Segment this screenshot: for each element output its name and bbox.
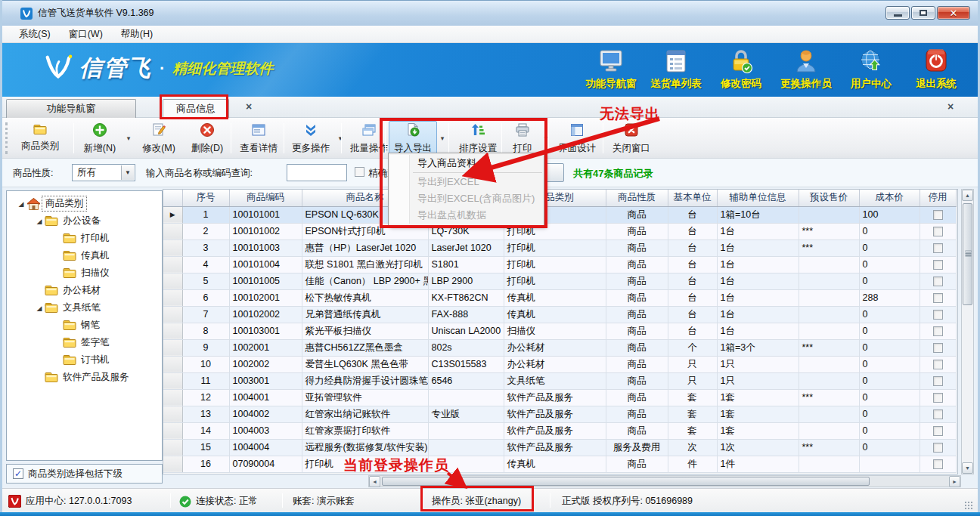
cell[interactable]: 佳能（Canon） LBP 2900+ 黑白激光打 [302,273,428,289]
cell[interactable]: 套 [668,406,717,422]
cell[interactable] [799,289,859,306]
cell[interactable]: 0 [859,439,920,456]
dropdown-caret-icon[interactable]: ▾ [124,121,133,156]
cell[interactable]: 商品 [606,239,668,256]
cell[interactable]: 联想 S1801 黑白激光打印机 [302,256,428,273]
tree-item-软件产品及服务[interactable]: 软件产品及服务 [7,369,162,386]
toolbar-close-window-button[interactable]: 关闭窗口 [606,121,657,156]
cell[interactable] [859,456,920,472]
row-selector[interactable] [163,256,182,273]
row-selector[interactable] [163,422,182,439]
tree-item-签字笔[interactable]: 签字笔 [7,334,162,351]
cell[interactable]: LBP 2900 [428,273,504,289]
disable-checkbox[interactable] [933,293,943,303]
toolbar-batch-actions-button[interactable]: 批量操作 [344,121,394,156]
row-selector[interactable] [163,389,182,406]
tab-product-info[interactable]: 商品信息 [163,99,229,118]
disable-checkbox[interactable] [933,376,943,386]
cell[interactable]: 商品 [606,223,668,239]
cell[interactable]: 紫光平板扫描仪 [302,323,428,339]
cell[interactable]: 商品 [606,273,668,289]
scroll-left-icon[interactable]: ◄ [369,476,380,487]
cell-disable[interactable] [920,206,956,223]
cell[interactable]: *** [799,239,859,256]
cell[interactable]: 1004004 [229,439,302,456]
column-header-商品编码[interactable]: 商品编码 [229,190,302,206]
cell[interactable] [799,372,859,389]
row-selector[interactable] [163,456,182,472]
cell[interactable]: 传真机 [504,456,606,472]
banner-action-user-center[interactable]: 用户中心 [839,49,904,91]
cell-disable[interactable] [920,306,956,323]
toolbar-sort-settings-button[interactable]: 排序设置 [453,121,503,156]
vertical-scrollbar[interactable]: ▲ ▼ [961,189,974,474]
disable-checkbox[interactable] [933,326,943,336]
cell[interactable]: 0 [859,406,920,422]
disable-checkbox[interactable] [933,443,943,453]
cell[interactable]: 台 [668,223,717,239]
cell[interactable]: 商品 [606,389,668,406]
row-selector[interactable] [163,289,182,306]
cell[interactable]: 100101002 [229,223,302,239]
tree-item-办公耗材[interactable]: 办公耗材 [7,282,162,299]
cell[interactable]: 0 [859,323,920,339]
cell[interactable]: 1004003 [229,422,302,439]
cell[interactable]: 商品 [606,456,668,472]
dropdown-caret-icon[interactable]: ▾ [541,121,550,156]
row-selector[interactable] [163,223,182,239]
table-row[interactable]: 4100101004联想 S1801 黑白激光打印机S1801打印机商品台1台0 [163,256,956,273]
tree-item-传真机[interactable]: 传真机 [7,247,162,264]
cell[interactable]: 亚拓管理软件 [302,389,428,406]
cell[interactable]: 1箱=10台 [717,206,799,223]
tab-close-icon[interactable]: × [246,101,252,112]
disable-checkbox[interactable] [933,310,943,320]
tree-item-打印机[interactable]: 打印机 [7,230,162,247]
cell[interactable]: 4 [182,256,229,273]
maximize-button[interactable] [911,6,935,20]
cell[interactable]: 商品 [606,356,668,372]
banner-action-nav-window[interactable]: 功能导航窗 [578,49,644,91]
cell[interactable] [428,389,504,406]
cell[interactable]: 次 [668,439,717,456]
cell[interactable]: 办公耗材 [504,356,606,372]
cell[interactable]: 0 [859,239,920,256]
banner-action-exit-system[interactable]: 退出系统 [904,49,969,91]
toolbar-view-detail-button[interactable]: 查看详情 [234,121,284,156]
cell-disable[interactable] [920,239,956,256]
exact-checkbox[interactable] [355,167,364,177]
tree-item-钢笔[interactable]: 钢笔 [7,317,162,334]
cell[interactable]: 1台 [717,223,799,239]
cell[interactable]: FAX-888 [428,306,504,323]
cell[interactable]: 台 [668,206,717,223]
cell[interactable]: 1台 [717,273,799,289]
cell[interactable] [799,323,859,339]
cell[interactable]: 扫描仪 [504,323,606,339]
tree-item-订书机[interactable]: 订书机 [7,351,162,369]
cell[interactable]: 远程服务(数据修复/软件安装) [302,439,428,456]
tree-expander-icon[interactable]: ◢ [34,304,45,312]
table-row[interactable]: 1607090004打印机传真机商品件1件 [163,456,956,472]
column-header-停用[interactable]: 停用 [920,190,956,206]
table-row[interactable]: 141004003红管家票据打印软件软件产品及服务商品套1套0 [163,422,956,439]
cell[interactable]: 1套 [717,406,799,422]
horizontal-scrollbar[interactable]: ◄ ► [368,475,961,487]
cell[interactable]: 打印机 [504,256,606,273]
tree-item-商品类别[interactable]: ◢商品类别 [7,195,162,212]
tree-item-办公设备[interactable]: ◢办公设备 [7,212,162,230]
resize-grip[interactable] [964,501,973,510]
row-selector[interactable] [163,323,182,339]
cell[interactable]: 100102001 [229,289,302,306]
banner-action-delivery-list[interactable]: 送货单列表 [644,49,709,91]
cell[interactable]: 1004001 [229,389,302,406]
cell[interactable]: 软件产品及服务 [504,389,606,406]
cell[interactable]: 红管家票据打印软件 [302,422,428,439]
cell-disable[interactable] [920,356,956,372]
disable-checkbox[interactable] [933,360,943,369]
cell[interactable]: 台 [668,323,717,339]
cell[interactable]: 软件产品及服务 [504,406,606,422]
cell[interactable]: 商品 [606,339,668,356]
table-row[interactable]: 2100101002EPSON针式打印机LQ-730K打印机商品台1台***0 [163,223,956,239]
cell[interactable]: *** [799,389,859,406]
cell[interactable]: 商品 [606,306,668,323]
menu-help[interactable]: 帮助(H) [112,26,162,42]
